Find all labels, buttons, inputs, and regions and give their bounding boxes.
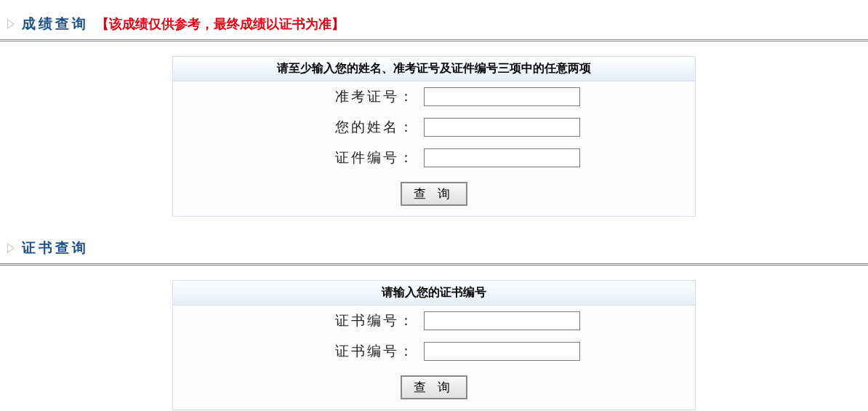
score-form-header: 请至少输入您的姓名、准考证号及证件编号三项中的任意两项	[173, 57, 695, 81]
score-ticket-label: 准考证号：	[173, 87, 424, 106]
score-ticket-input[interactable]	[424, 87, 580, 106]
score-section-note: 【该成绩仅供参考，最终成绩以证书为准】	[96, 15, 345, 33]
score-ticket-row: 准考证号：	[173, 81, 695, 112]
score-submit-row: 查 询	[173, 173, 695, 216]
score-idnum-row: 证件编号：	[173, 143, 695, 173]
cert-num2-input[interactable]	[424, 342, 580, 361]
cert-form-header: 请输入您的证书编号	[173, 281, 695, 306]
triangle-right-icon	[7, 243, 15, 253]
score-name-row: 您的姓名：	[173, 112, 695, 143]
score-section-title: 成绩查询	[22, 15, 89, 33]
score-idnum-input[interactable]	[424, 148, 580, 167]
cert-section-title: 证书查询	[22, 239, 89, 258]
cert-query-button[interactable]: 查 询	[401, 375, 468, 399]
score-name-label: 您的姓名：	[173, 118, 424, 137]
triangle-right-icon	[7, 19, 15, 29]
score-query-button[interactable]: 查 询	[401, 182, 468, 206]
score-idnum-label: 证件编号：	[173, 148, 424, 167]
cert-num2-label: 证书编号：	[173, 342, 424, 361]
score-name-input[interactable]	[424, 118, 580, 137]
score-form-box: 请至少输入您的姓名、准考证号及证件编号三项中的任意两项 准考证号： 您的姓名： …	[172, 56, 696, 217]
cert-num1-label: 证书编号：	[173, 311, 424, 330]
cert-section-header: 证书查询	[0, 239, 868, 266]
cert-num1-row: 证书编号：	[173, 306, 695, 336]
cert-num1-input[interactable]	[424, 311, 580, 330]
cert-form-box: 请输入您的证书编号 证书编号： 证书编号： 查 询	[172, 280, 696, 410]
cert-submit-row: 查 询	[173, 367, 695, 410]
score-section-header: 成绩查询 【该成绩仅供参考，最终成绩以证书为准】	[0, 15, 868, 41]
cert-num2-row: 证书编号：	[173, 336, 695, 367]
